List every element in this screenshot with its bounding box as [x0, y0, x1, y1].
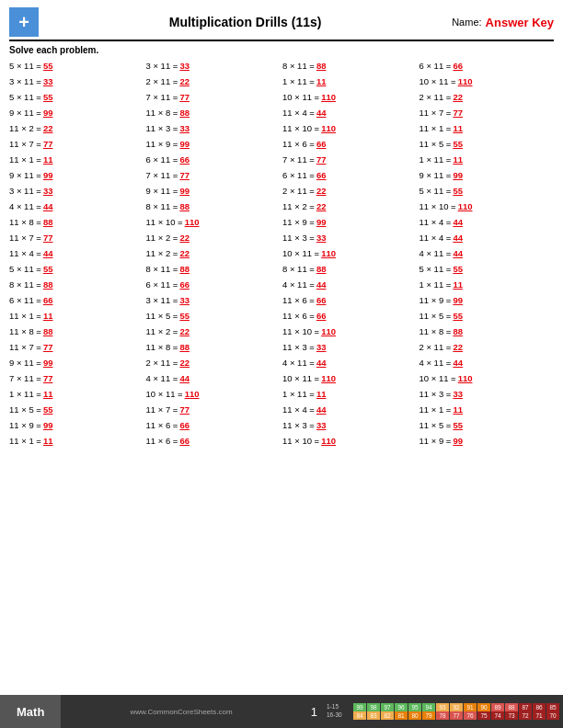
problem-answer: 99 — [43, 418, 63, 433]
score-cell: 82 — [381, 711, 394, 720]
problem-equation: 8 × 11 = — [9, 278, 41, 292]
problem-item: 4 × 11 =44 — [419, 246, 555, 261]
problem-item: 2 × 11 =22 — [419, 340, 555, 355]
problem-equation: 11 × 1 = — [419, 403, 452, 417]
problem-answer: 22 — [453, 340, 473, 355]
score-cell: 90 — [477, 703, 490, 711]
problem-item: 11 × 8 =88 — [9, 215, 144, 230]
problem-answer: 110 — [321, 434, 341, 449]
problem-equation: 11 × 10 = — [282, 324, 319, 339]
problem-item: 10 × 11 =110 — [282, 246, 418, 261]
problem-equation: 4 × 11 = — [282, 356, 315, 370]
score-cell: 93 — [436, 703, 449, 711]
problem-answer: 66 — [179, 434, 200, 449]
problem-item: 11 × 3 =33 — [282, 231, 418, 245]
problem-item: 9 × 11 =99 — [9, 356, 144, 370]
problem-equation: 11 × 2 = — [9, 121, 41, 136]
problem-equation: 11 × 4 = — [282, 106, 315, 120]
problem-item: 4 × 11 =44 — [282, 356, 418, 370]
problem-answer: 55 — [43, 59, 63, 74]
problem-answer: 88 — [179, 199, 200, 214]
instructions: Solve each problem. — [9, 45, 554, 55]
problem-item: 6 × 11 =66 — [282, 168, 418, 183]
problem-equation: 11 × 2 = — [146, 246, 178, 261]
problem-answer: 22 — [179, 356, 200, 370]
problem-item: 11 × 9 =99 — [282, 215, 418, 230]
problem-answer: 44 — [316, 106, 337, 120]
score-cell: 88 — [505, 703, 518, 711]
problem-answer: 55 — [43, 90, 63, 105]
problem-equation: 9 × 11 = — [9, 168, 41, 183]
problem-equation: 11 × 6 = — [146, 418, 178, 433]
problem-item: 7 × 11 =77 — [146, 168, 282, 183]
footer-page: 1 — [302, 705, 327, 719]
problem-answer: 11 — [43, 434, 63, 449]
problem-item: 11 × 4 =44 — [419, 215, 555, 230]
score-row: 16-30848382818079787776757473727170 — [327, 711, 559, 720]
problem-item: 11 × 2 =22 — [146, 231, 282, 245]
problem-item: 11 × 7 =77 — [9, 340, 144, 355]
score-cell: 94 — [422, 703, 435, 711]
problem-equation: 11 × 6 = — [282, 309, 315, 324]
problem-equation: 9 × 11 = — [9, 356, 41, 370]
problem-equation: 11 × 8 = — [9, 324, 41, 339]
problem-answer: 11 — [43, 387, 63, 402]
problem-answer: 99 — [316, 215, 337, 230]
problem-item: 11 × 7 =77 — [9, 231, 144, 245]
problem-answer: 44 — [453, 215, 473, 230]
problem-item: 5 × 11 =55 — [419, 262, 555, 277]
problem-answer: 55 — [179, 309, 200, 324]
score-cell: 87 — [519, 703, 532, 711]
problem-equation: 11 × 3 = — [282, 418, 315, 433]
problem-item: 10 × 11 =110 — [282, 90, 418, 105]
score-cell: 99 — [353, 703, 366, 711]
problem-item: 11 × 9 =99 — [146, 137, 282, 152]
problem-item: 8 × 11 =88 — [282, 262, 418, 277]
problem-answer: 33 — [316, 418, 337, 433]
score-cell: 75 — [477, 711, 490, 720]
problem-equation: 11 × 2 = — [146, 231, 178, 245]
problem-item: 11 × 8 =88 — [9, 324, 144, 339]
problem-answer: 88 — [179, 106, 200, 120]
problem-equation: 4 × 11 = — [9, 199, 41, 214]
score-cell: 73 — [505, 711, 518, 720]
problem-equation: 11 × 7 = — [9, 231, 41, 245]
problem-equation: 11 × 9 = — [146, 137, 178, 152]
problem-equation: 9 × 11 = — [146, 184, 178, 199]
problem-equation: 11 × 9 = — [282, 215, 315, 230]
problem-item: 11 × 3 =33 — [419, 387, 555, 402]
problem-equation: 11 × 10 = — [282, 434, 319, 449]
problem-item: 11 × 5 =55 — [9, 403, 144, 417]
problem-answer: 99 — [43, 168, 63, 183]
footer: Math www.CommonCoreSheets.com 1 1-159998… — [0, 695, 563, 728]
problem-answer: 44 — [453, 246, 473, 261]
problem-answer: 77 — [43, 137, 63, 152]
problem-item: 6 × 11 =66 — [419, 59, 555, 74]
score-cell: 74 — [491, 711, 504, 720]
score-cell: 79 — [422, 711, 435, 720]
problem-equation: 4 × 11 = — [419, 356, 452, 370]
problem-equation: 5 × 11 = — [9, 90, 41, 105]
problem-equation: 11 × 1 = — [9, 309, 41, 324]
problem-answer: 11 — [316, 74, 337, 89]
problem-item: 11 × 8 =88 — [146, 340, 282, 355]
problem-item: 11 × 6 =66 — [146, 418, 282, 433]
score-row: 1-15999897969594939291908988878685 — [327, 703, 559, 711]
problem-equation: 11 × 6 = — [282, 137, 315, 152]
problem-equation: 11 × 10 = — [146, 215, 183, 230]
score-cell: 98 — [367, 703, 380, 711]
problem-answer: 66 — [453, 59, 473, 74]
problem-item: 11 × 9 =99 — [9, 418, 144, 433]
footer-website: www.CommonCoreSheets.com — [61, 708, 301, 716]
problem-equation: 6 × 11 = — [146, 278, 178, 292]
score-cell: 86 — [533, 703, 546, 711]
problem-equation: 8 × 11 = — [146, 262, 178, 277]
score-cell: 97 — [381, 703, 394, 711]
problem-equation: 8 × 11 = — [282, 262, 315, 277]
problem-answer: 110 — [185, 215, 205, 230]
problem-item: 4 × 11 =44 — [282, 278, 418, 292]
problem-item: 11 × 10 =110 — [146, 215, 282, 230]
problem-item: 11 × 7 =77 — [419, 106, 555, 120]
problem-answer: 110 — [458, 74, 478, 89]
problem-item: 2 × 11 =22 — [282, 184, 418, 199]
